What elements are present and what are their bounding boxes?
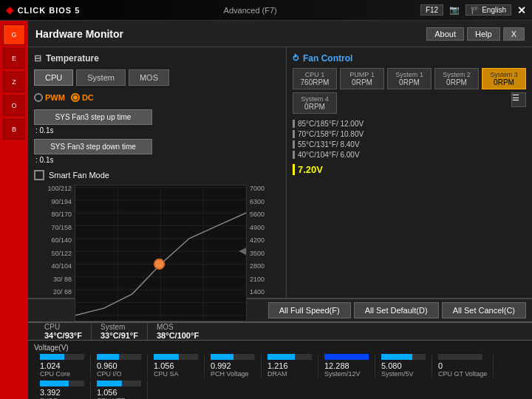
system-status-label: System <box>100 323 125 331</box>
fan-tab-system1[interactable]: System 1 0RPM <box>387 68 432 89</box>
fan-speed-chart[interactable] <box>75 185 247 321</box>
pch-bar <box>211 354 233 360</box>
about-button[interactable]: About <box>426 27 464 41</box>
temp-icon: ⊟ <box>34 53 41 64</box>
cpu-temp-tab[interactable]: CPU <box>34 69 73 86</box>
pwm-label: PWM <box>45 93 65 102</box>
pch-bar-container <box>211 354 255 360</box>
pch-value: 0.992 <box>211 361 231 370</box>
temperature-panel: ⊟ Temperature CPU System MOS PWM DC <box>28 47 287 298</box>
language-button[interactable]: 🏴 English <box>466 4 511 16</box>
fan-tab-system4[interactable]: System 4 0RPM <box>293 92 337 114</box>
screenshot-icon[interactable]: 📷 <box>449 5 460 15</box>
close-icon[interactable]: ✕ <box>517 4 526 16</box>
pwm-dc-area: PWM DC <box>34 93 280 102</box>
voltage-cpu-vtt: 1.056 CPU VTT <box>91 381 148 399</box>
temp-marker-3: 55°C/131°F/ 8.40V <box>293 140 526 149</box>
temp-marker-1: 85°C/185°F/ 12.00V <box>293 120 526 128</box>
system5v-bar-container <box>381 354 426 360</box>
bios-title: CLICK BIOS 5 <box>18 6 81 15</box>
svg-marker-15 <box>239 248 246 255</box>
pwm-radio-circle[interactable] <box>34 93 43 102</box>
fan-tab-system2[interactable]: System 2 0RPM <box>434 68 479 89</box>
cpu-gt-label: CPU GT Voltage <box>438 370 487 378</box>
main-window: Hardware Monitor About Help X ⊟ Temperat… <box>28 21 532 399</box>
fan-settings-icon[interactable]: ☰ <box>511 92 526 107</box>
fan-step-area: SYS Fan3 step up time : 0.1s SYS Fan3 st… <box>34 109 280 164</box>
voltage-system5v: 5.080 System/5V <box>375 354 432 378</box>
sidebar-item-b[interactable]: B <box>3 119 25 140</box>
smart-fan-row: Smart Fan Mode <box>34 170 280 180</box>
3vcc-bar-container <box>40 381 84 386</box>
temp-marker-4: 40°C/104°F/ 6.00V <box>293 151 526 159</box>
fan-control-panel: ⥁ Fan Control CPU 1 760RPM PUMP 1 0RPM S… <box>287 47 532 298</box>
window-close-button[interactable]: X <box>503 27 525 41</box>
pwm-radio[interactable]: PWM <box>34 93 65 102</box>
cpu-gt-bar-container <box>438 354 482 360</box>
temp-markers: 85°C/185°F/ 12.00V 70°C/158°F/ 10.80V 55… <box>293 120 526 175</box>
fan-control-label: Fan Control <box>303 53 352 64</box>
all-full-speed-button[interactable]: All Full Speed(F) <box>268 302 351 318</box>
cpu-core-bar-container <box>40 354 84 360</box>
all-set-default-button[interactable]: All Set Default(D) <box>354 302 439 318</box>
fan-tab-pump1[interactable]: PUMP 1 0RPM <box>340 68 384 89</box>
dc-radio-circle[interactable] <box>71 93 80 102</box>
sidebar-item-z[interactable]: Z <box>3 72 25 92</box>
voltage-system12v: 12.288 System/12V <box>318 354 375 378</box>
advanced-menu[interactable]: Advanced (F7) <box>224 6 277 15</box>
help-button[interactable]: Help <box>467 27 500 41</box>
fan-tabs-row1: CPU 1 760RPM PUMP 1 0RPM System 1 0RPM S… <box>293 68 526 89</box>
dc-label: DC <box>82 93 94 102</box>
all-set-cancel-button[interactable]: All Set Cancel(C) <box>442 302 526 318</box>
content-area: ⊟ Temperature CPU System MOS PWM DC <box>28 47 532 399</box>
voltage-dram: 1.216 DRAM <box>262 354 318 378</box>
fan-tab-cpu1[interactable]: CPU 1 760RPM <box>293 68 337 89</box>
system5v-label: System/5V <box>381 370 414 378</box>
system-temp-tab[interactable]: System <box>76 69 126 86</box>
fan-step-down-button[interactable]: SYS Fan3 step down time <box>34 139 152 154</box>
svg-point-14 <box>154 259 164 269</box>
sidebar-item-ez[interactable]: E <box>3 48 25 69</box>
fan-tabs-row2: System 4 0RPM ☰ <box>293 92 526 114</box>
voltage-items-row1: 1.024 CPU Core 0.960 CPU I/O 1.056 CPU S… <box>34 354 526 378</box>
dram-bar-container <box>267 354 312 360</box>
left-sidebar: G E Z O B <box>0 21 28 399</box>
cpu-io-value: 0.960 <box>97 361 117 370</box>
fan-step-up-value: : 0.1s <box>34 126 280 134</box>
pch-label: PCH Voltage <box>211 370 249 378</box>
fan-icon: ⥁ <box>293 53 299 64</box>
fan-tab-system3[interactable]: System 3 0RPM <box>482 68 526 89</box>
cpu-vtt-bar-container <box>97 381 141 386</box>
cpu-io-bar <box>97 354 119 360</box>
cpu-core-bar <box>40 354 64 360</box>
lang-label: English <box>482 6 506 14</box>
mos-temp-tab[interactable]: MOS <box>129 69 169 86</box>
status-bar: CPU 34°C/93°F System 33°C/91°F MOS 38°C/… <box>28 321 532 340</box>
f12-button[interactable]: F12 <box>420 4 443 16</box>
mos-status-value: 38°C/100°F <box>157 331 199 340</box>
voltage-section-label: Voltage(V) <box>34 344 526 352</box>
fan-step-up-button[interactable]: SYS Fan3 step up time <box>34 109 152 125</box>
dc-radio[interactable]: DC <box>71 93 94 102</box>
system5v-value: 5.080 <box>381 361 402 370</box>
cpu-sa-label: CPU SA <box>154 370 179 378</box>
smart-fan-checkbox[interactable] <box>34 170 44 180</box>
cpu-status-label: CPU <box>44 323 60 331</box>
cpu-sa-value: 1.056 <box>154 361 174 370</box>
voltage-cpu-gt: 0 CPU GT Voltage <box>432 354 494 378</box>
system-status: System 33°C/91°F <box>92 323 148 340</box>
sidebar-item-oc[interactable]: O <box>3 95 25 116</box>
voltage-items-row2: 3.392 3VCC 1.056 CPU VTT <box>34 381 526 399</box>
flag-icon: 🏴 <box>471 6 480 14</box>
dram-value: 1.216 <box>267 361 288 370</box>
dram-bar <box>267 354 295 360</box>
cpu-io-label: CPU I/O <box>97 370 122 378</box>
system12v-bar-container <box>324 354 369 360</box>
3vcc-bar <box>40 381 69 386</box>
system12v-label: System/12V <box>324 370 361 378</box>
top-bar-right: F12 📷 🏴 English ✕ <box>420 4 526 16</box>
window-title: Hardware Monitor <box>35 28 123 40</box>
voltage-cpu-io: 0.960 CPU I/O <box>91 354 148 378</box>
sidebar-item-game[interactable]: G <box>3 24 25 45</box>
msi-logo: ◆ CLICK BIOS 5 <box>6 4 80 16</box>
